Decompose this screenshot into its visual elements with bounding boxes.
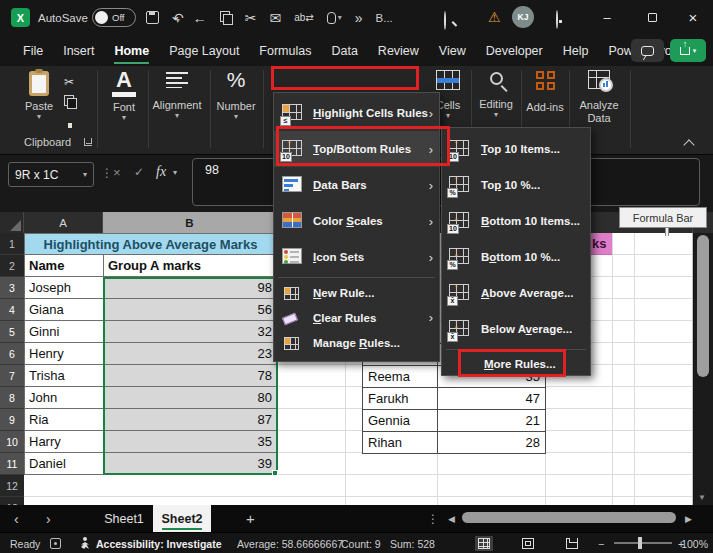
number-group-button[interactable]: % Number ▾ xyxy=(213,68,259,121)
add-sheet-button[interactable]: + xyxy=(246,505,255,532)
touch-mode-icon[interactable]: ▾ xyxy=(327,12,342,24)
row-header[interactable]: 12 xyxy=(0,475,24,497)
column-header-a[interactable]: A xyxy=(24,212,103,233)
status-accessibility[interactable]: Accessibility: Investigate xyxy=(96,533,221,553)
scroll-right-icon[interactable]: ▶ xyxy=(685,505,692,532)
share-button[interactable]: ▾ xyxy=(670,39,706,62)
cell-mark[interactable]: 47 xyxy=(438,388,546,410)
tab-help[interactable]: Help xyxy=(553,35,599,66)
zoom-slider-thumb[interactable] xyxy=(638,537,642,549)
row-header[interactable]: 6 xyxy=(0,343,24,365)
submenu-item-more-rules[interactable]: More Rules... xyxy=(442,352,590,376)
scroll-left-icon[interactable]: ◀ xyxy=(448,505,455,532)
scroll-down-icon[interactable]: ▼ xyxy=(698,493,706,502)
cell-mark[interactable]: 23 xyxy=(104,343,278,365)
separator-dots-icon[interactable]: ⋮ xyxy=(101,166,113,180)
cell-name-header[interactable]: Name xyxy=(25,255,104,277)
addins-button[interactable]: Add-ins xyxy=(524,71,566,113)
cell-mark[interactable]: 80 xyxy=(104,387,278,409)
alignment-group-button[interactable]: Alignment ▾ xyxy=(152,72,202,120)
tab-page-layout[interactable]: Page Layout xyxy=(159,35,249,66)
sheet-tab-sheet2[interactable]: Sheet2 xyxy=(153,505,211,532)
row-header[interactable]: 7 xyxy=(0,365,24,387)
zoom-out-button[interactable]: − xyxy=(598,533,604,553)
lightbulb-icon[interactable] xyxy=(556,11,558,29)
submenu-item-bottom-10-items[interactable]: ↓10 Bottom 10 Items... xyxy=(442,203,590,239)
cut-button[interactable]: ✂ xyxy=(64,75,74,89)
menu-item-manage-rules[interactable]: Manage Rules... xyxy=(274,330,439,355)
cell-name[interactable]: Rihan xyxy=(363,432,438,454)
tab-review[interactable]: Review xyxy=(368,35,429,66)
tab-developer[interactable]: Developer xyxy=(476,35,553,66)
font-group-button[interactable]: A Font ▾ xyxy=(103,69,145,122)
cell-a1-title[interactable]: Highlighting Above Average Marks xyxy=(24,233,277,255)
cell-mark[interactable]: 87 xyxy=(104,409,278,431)
tab-view[interactable]: View xyxy=(429,35,476,66)
cell-name[interactable]: Giana xyxy=(25,299,104,321)
cancel-icon[interactable]: × xyxy=(113,165,121,180)
tab-data[interactable]: Data xyxy=(321,35,367,66)
fill-handle[interactable] xyxy=(272,470,278,476)
cell-mark[interactable]: 28 xyxy=(438,432,546,454)
sheet-nav-left-icon[interactable]: ‹ xyxy=(14,505,19,532)
cell-name[interactable]: Ginni xyxy=(25,321,104,343)
autosave-toggle[interactable]: Off xyxy=(92,8,136,27)
cell-name[interactable]: Farukh xyxy=(363,388,438,410)
cell-mark[interactable]: 39 xyxy=(104,453,278,475)
name-box[interactable]: 9R x 1C▾ xyxy=(8,162,94,187)
insert-function-icon[interactable]: fx xyxy=(156,164,166,180)
submenu-item-bottom-10-percent[interactable]: ↓% Bottom 10 %... xyxy=(442,239,590,275)
cell-name[interactable]: Ria xyxy=(25,409,104,431)
collapse-ribbon-icon[interactable] xyxy=(683,139,694,150)
cell-name[interactable]: Harry xyxy=(25,431,104,453)
tab-insert[interactable]: Insert xyxy=(53,35,104,66)
tab-scroll-dots-icon[interactable]: ⋮ xyxy=(427,505,439,532)
menu-item-data-bars[interactable]: Data Bars › xyxy=(274,167,439,203)
cell-marks-header[interactable]: Group A marks xyxy=(104,255,278,277)
horizontal-scrollbar-thumb[interactable] xyxy=(462,512,676,523)
menu-item-icon-sets[interactable]: Icon Sets › xyxy=(274,239,439,275)
tab-home[interactable]: Home xyxy=(104,35,159,66)
email-icon[interactable]: ✉ xyxy=(269,10,281,26)
view-normal-button[interactable] xyxy=(475,536,493,551)
row-header[interactable]: 3 xyxy=(0,277,24,299)
row-header[interactable]: 10 xyxy=(0,431,24,453)
status-average[interactable]: Average: 58.66666667 xyxy=(237,533,343,553)
excel-logo-icon[interactable]: X xyxy=(11,8,30,27)
save-icon[interactable] xyxy=(146,11,159,24)
status-count[interactable]: Count: 9 xyxy=(341,533,381,553)
comments-button[interactable] xyxy=(631,39,664,62)
clipboard-dialog-launcher-icon[interactable] xyxy=(84,138,92,146)
cell-mark[interactable]: 21 xyxy=(438,410,546,432)
cell-mark[interactable]: 78 xyxy=(104,365,278,387)
menu-item-highlight-cells-rules[interactable]: ≤ Highlight Cells Rules › xyxy=(274,95,439,131)
cell-name[interactable]: Joseph xyxy=(25,277,104,299)
macro-record-icon[interactable] xyxy=(50,533,61,553)
status-sum[interactable]: Sum: 528 xyxy=(390,533,435,553)
analyze-data-button[interactable]: Analyze Data xyxy=(572,70,626,125)
fx-dropdown-icon[interactable]: ▾ xyxy=(173,168,177,177)
cell-mark[interactable]: 56 xyxy=(104,299,278,321)
row-header[interactable]: 4 xyxy=(0,299,24,321)
tab-file[interactable]: File xyxy=(13,35,53,66)
replace-icon[interactable]: ab⇄ xyxy=(294,12,314,23)
cell-mark[interactable]: 35 xyxy=(104,431,278,453)
row-header[interactable]: 13 xyxy=(0,497,24,505)
vertical-scrollbar-thumb[interactable] xyxy=(697,235,709,377)
column-header-b[interactable]: B xyxy=(103,212,277,233)
paste-button[interactable]: Paste ▾ xyxy=(20,71,58,121)
row-header[interactable]: 1 xyxy=(0,233,24,255)
warning-icon[interactable]: ⚠ xyxy=(488,9,501,25)
submenu-item-above-average[interactable]: ↑x̄ Above Average... xyxy=(442,275,590,311)
zoom-level[interactable]: 100% xyxy=(681,533,708,553)
menu-item-new-rule[interactable]: New Rule... xyxy=(274,280,439,305)
sheet-nav-right-icon[interactable]: › xyxy=(46,505,51,532)
cell-name[interactable]: Trisha xyxy=(25,365,104,387)
cell-mark[interactable]: 98 xyxy=(104,277,278,299)
sheet-tab-sheet1[interactable]: Sheet1 xyxy=(95,505,153,532)
select-all-corner[interactable] xyxy=(0,212,24,233)
undo-icon[interactable]: ↶▾ xyxy=(172,10,180,26)
row-header[interactable]: 5 xyxy=(0,321,24,343)
view-page-break-button[interactable] xyxy=(563,536,581,551)
cell-name[interactable]: Henry xyxy=(25,343,104,365)
